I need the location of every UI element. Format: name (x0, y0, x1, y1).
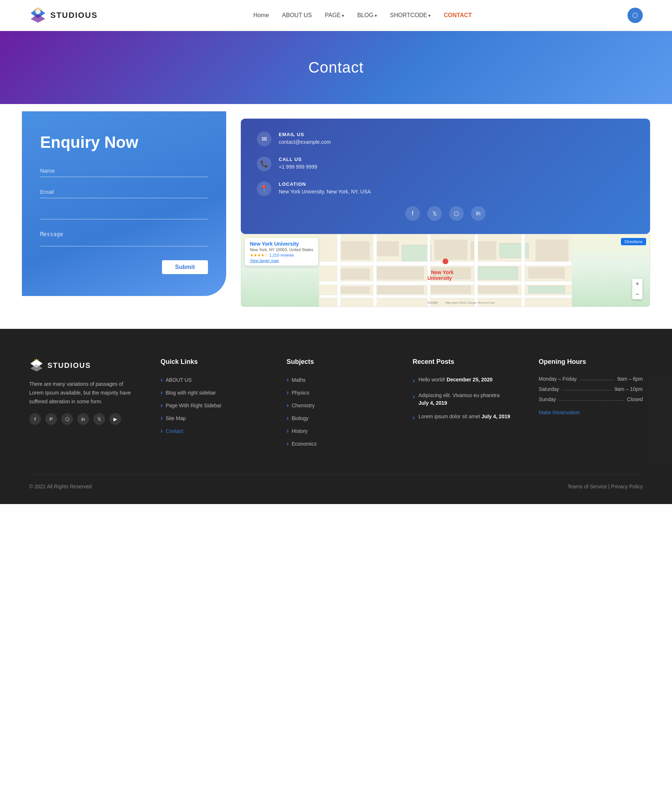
footer-twitter-icon[interactable]: 𝕏 (93, 413, 105, 425)
subjects-title: Subjects (287, 358, 391, 366)
terms-link[interactable]: Tearns of Service (567, 484, 607, 489)
subject-economics[interactable]: Economics (287, 440, 391, 447)
svg-rect-30 (377, 286, 424, 294)
email-input[interactable] (40, 186, 208, 198)
nav-shortcode[interactable]: SHORTCODE (390, 12, 430, 19)
twitter-icon[interactable]: 𝕏 (427, 206, 442, 221)
footer-linkedin-icon[interactable]: in (77, 413, 89, 425)
svg-rect-17 (319, 281, 572, 285)
subject-biology[interactable]: Biology (287, 414, 391, 422)
logo[interactable]: STUDIOUS (29, 6, 98, 24)
logo-icon (29, 6, 47, 24)
logo-text: STUDIOUS (50, 11, 98, 20)
nav-page[interactable]: PAGE (325, 12, 344, 19)
zoom-in-button[interactable]: + (632, 279, 642, 289)
opening-hours-title: Opening Hours (539, 358, 643, 366)
header: STUDIOUS Home ABOUT US PAGE BLOG SHORTCO… (0, 0, 672, 31)
footer-youtube-icon[interactable]: ▶ (109, 413, 121, 425)
name-input[interactable] (40, 165, 208, 177)
quick-link-item[interactable]: Page With Right Sidebar (160, 401, 265, 409)
quick-link-item[interactable]: ABOUT US (160, 376, 265, 383)
view-larger-map-link[interactable]: View larger map (250, 258, 313, 263)
recent-post-1: Hello world! December 25, 2020 (413, 376, 517, 386)
linkedin-icon[interactable]: in (471, 206, 486, 221)
phone-input[interactable]: 9028653476 (40, 207, 208, 220)
privacy-link[interactable]: Privacy Policy (611, 484, 643, 489)
nav-blog[interactable]: BLOG (357, 12, 377, 19)
svg-text:University: University (427, 275, 452, 281)
footer-bottom: © 2021 All Rights Reserved Tearns of Ser… (29, 475, 643, 489)
subject-history[interactable]: History (287, 427, 391, 435)
svg-rect-20 (373, 234, 377, 306)
map-place-name: New York University (250, 241, 313, 247)
subject-physics[interactable]: Physics (287, 389, 391, 396)
contact-right-panel: ✉ EMAIL US contact@example.com 📞 CALL US… (241, 115, 650, 307)
contact-info-card: ✉ EMAIL US contact@example.com 📞 CALL US… (241, 119, 650, 234)
message-input[interactable] (40, 228, 208, 246)
svg-rect-21 (427, 234, 430, 306)
enquiry-title: Enquiry Now (40, 133, 208, 151)
main-nav: Home ABOUT US PAGE BLOG SHORTCODE CONTAC… (253, 12, 472, 19)
call-info-row: 📞 CALL US +1 999 999 9999 (257, 157, 634, 171)
share-button[interactable]: ⬡ (627, 8, 643, 23)
quick-link-item[interactable]: Blog with right sidebar (160, 389, 265, 396)
footer-brand: STUDIOUS There are many variations of pa… (29, 358, 139, 425)
location-info-text: LOCATION New York University, New York, … (279, 181, 371, 195)
svg-point-34 (443, 258, 448, 264)
make-reservation-link[interactable]: Make Reservation (539, 409, 580, 415)
nav-contact[interactable]: CONTACT (444, 12, 472, 19)
svg-rect-22 (474, 234, 478, 306)
share-icon: ⬡ (632, 11, 638, 19)
quick-links-title: Quick Links (160, 358, 265, 366)
map-background: New York University Google Map data ©202… (241, 234, 650, 306)
footer-instagram-icon[interactable]: ⬡ (61, 413, 73, 425)
footer-pinterest-icon[interactable]: P (45, 413, 57, 425)
quick-link-contact[interactable]: Contact (160, 427, 265, 435)
footer-columns: Quick Links ABOUT US Blog with right sid… (160, 358, 643, 452)
opening-hours-col: Opening Hours Monday – Friday 9am – 6pm … (539, 358, 643, 452)
map-widget[interactable]: New York University Google Map data ©202… (241, 234, 650, 307)
svg-rect-33 (529, 286, 565, 293)
footer: STUDIOUS There are many variations of pa… (0, 329, 672, 504)
map-rating: ★★★★☆ (250, 253, 269, 257)
footer-logo-icon (29, 358, 44, 373)
email-icon: ✉ (257, 132, 271, 146)
quick-link-item[interactable]: Site Map (160, 414, 265, 422)
facebook-icon[interactable]: f (405, 206, 420, 221)
svg-marker-40 (30, 364, 42, 372)
svg-rect-19 (337, 234, 341, 306)
subject-maths[interactable]: Maths (287, 376, 391, 383)
location-info-row: 📍 LOCATION New York University, New York… (257, 181, 634, 196)
nav-home[interactable]: Home (253, 12, 269, 19)
footer-description: There are many variations of passages of… (29, 380, 139, 406)
map-address: New York, NY 10003, United States (250, 247, 313, 252)
svg-text:Map data ©2021 Google   Terms : Map data ©2021 Google Terms of Use (445, 301, 495, 305)
svg-rect-23 (521, 234, 525, 306)
enquiry-form-card: Enquiry Now 9028653476 Submit (22, 111, 226, 296)
map-info-panel: New York University New York, NY 10003, … (245, 238, 318, 266)
nav-about[interactable]: ABOUT US (282, 12, 312, 19)
footer-facebook-icon[interactable]: f (29, 413, 41, 425)
email-field-group (40, 186, 208, 198)
svg-rect-9 (341, 242, 370, 260)
instagram-icon[interactable]: ⬡ (449, 206, 464, 221)
message-field-group (40, 228, 208, 248)
hours-saturday: Saturday 9am – 10pm (539, 386, 643, 392)
subjects-list: Maths Physics Chemistry Biology History … (287, 376, 391, 447)
map-reviews: 1,210 reviews (269, 253, 294, 257)
submit-button[interactable]: Submit (162, 260, 208, 274)
quick-links-list: ABOUT US Blog with right sidebar Page Wi… (160, 376, 265, 435)
name-field-group (40, 165, 208, 177)
svg-rect-18 (319, 295, 572, 298)
directions-button[interactable]: Directions (621, 238, 646, 245)
zoom-out-button[interactable]: − (632, 289, 642, 299)
footer-logo: STUDIOUS (29, 358, 139, 373)
svg-rect-32 (478, 286, 518, 293)
subject-chemistry[interactable]: Chemistry (287, 401, 391, 409)
location-icon: 📍 (257, 181, 271, 196)
svg-rect-28 (529, 268, 565, 279)
svg-rect-29 (341, 287, 370, 293)
svg-rect-27 (478, 267, 518, 280)
svg-text:New York: New York (431, 269, 453, 275)
footer-legal-links: Tearns of Service | Privacy Policy (567, 484, 643, 489)
